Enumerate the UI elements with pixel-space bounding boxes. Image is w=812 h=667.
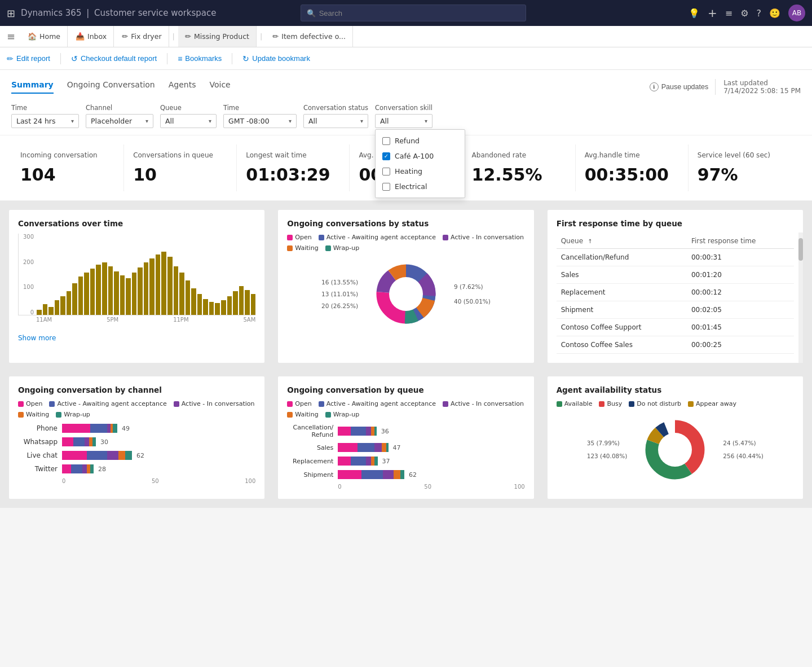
first-response-table-container[interactable]: Queue ↑ First response time Cancellation… — [557, 234, 794, 354]
filter-channel: Channel Placeholder ▾ — [86, 104, 153, 128]
kpi-abandoned-value: 12.55% — [472, 165, 566, 185]
tab-missing-product[interactable]: ✏ Missing Product — [178, 26, 257, 47]
chevron-down-icon-5: ▾ — [360, 118, 363, 124]
bar-total: 47 — [393, 444, 401, 451]
scrollbar-thumb[interactable] — [798, 238, 803, 261]
tab-item-defective[interactable]: ✏ Item defective o... — [266, 26, 353, 47]
filter-time2-label: Time — [223, 104, 297, 112]
filter-conv-skill-select[interactable]: All ▾ — [375, 114, 433, 128]
add-icon[interactable]: + — [708, 6, 717, 20]
bar — [60, 296, 65, 315]
bar-segment — [383, 470, 394, 479]
agent-legend-busy: Busy — [599, 400, 622, 407]
tab-inbox[interactable]: 📥 Inbox — [69, 26, 114, 47]
filter-conv-status-select[interactable]: All ▾ — [303, 114, 368, 128]
bar — [239, 286, 244, 315]
bar — [227, 296, 232, 315]
table-row: Sales00:01:20 — [557, 266, 794, 284]
bar-track — [62, 437, 96, 446]
scrollbar-track[interactable] — [798, 232, 803, 363]
update-bookmark-button[interactable]: ↻ Update bookmark — [242, 54, 310, 63]
bar-total: 36 — [381, 428, 389, 435]
checkbox-cafe[interactable]: ✓ — [382, 152, 390, 160]
filter-time2: Time GMT -08:00 ▾ — [223, 104, 297, 128]
edit-report-button[interactable]: ✏ Edit report — [7, 54, 50, 63]
filter-conv-status-value: All — [308, 117, 317, 125]
filter-icon[interactable]: ≡ — [725, 8, 732, 19]
search-bar[interactable]: 🔍 — [301, 5, 526, 21]
col-queue-header[interactable]: Queue ↑ — [557, 234, 687, 249]
legend-open: Open — [287, 234, 311, 241]
skill-refund-label: Refund — [395, 137, 420, 145]
checkbox-refund[interactable] — [382, 137, 390, 145]
settings-icon[interactable]: ⚙ — [740, 8, 748, 19]
skill-option-refund[interactable]: Refund — [376, 133, 465, 148]
ongoing-by-status-title: Ongoing conversations by status — [287, 219, 524, 228]
bar — [149, 258, 155, 315]
h-bar-row: Sales47 — [287, 443, 524, 452]
bar-segment — [90, 464, 94, 473]
tab-actions: ℹ Pause updates Last updated 7/14/2022 5… — [650, 79, 801, 95]
bar — [167, 257, 173, 315]
tab-agents[interactable]: Agents — [169, 80, 196, 94]
filter-time2-select[interactable]: GMT -08:00 ▾ — [223, 114, 297, 128]
avatar[interactable]: AB — [788, 5, 805, 21]
checkout-report-label: Checkout default report — [81, 54, 157, 63]
response-table-body: Cancellation/Refund00:00:31Sales00:01:20… — [557, 249, 794, 354]
lightbulb-icon[interactable]: 💡 — [689, 8, 700, 19]
bar — [197, 294, 202, 315]
filter-time-select[interactable]: Last 24 hrs ▾ — [11, 114, 79, 128]
channel-label: Twitter — [18, 465, 58, 473]
bar-segment — [400, 470, 405, 479]
checkbox-electrical[interactable] — [382, 183, 390, 191]
filter-queue-value: All — [165, 117, 174, 125]
checkbox-heating[interactable] — [382, 168, 390, 175]
filter-queue-select[interactable]: All ▾ — [160, 114, 217, 128]
h-bar-row: Cancellation/ Refund36 — [287, 424, 524, 438]
table-row: Replacement00:00:12 — [557, 284, 794, 301]
tab-ongoing-conversation[interactable]: Ongoing Conversation — [67, 80, 155, 94]
channel-legend-wrapup: Wrap-up — [56, 411, 90, 418]
tab-summary[interactable]: Summary — [11, 80, 54, 94]
agent-donut-left: 35 (7.99%) 123 (40.08%) — [587, 437, 628, 463]
agent-donut-svg — [638, 413, 712, 486]
app-launcher-icon[interactable]: ⊞ — [7, 7, 15, 19]
tab-home[interactable]: 🏠 Home — [21, 26, 68, 47]
tab-bar-menu-icon[interactable]: ≡ — [5, 28, 17, 45]
skill-option-cafe[interactable]: ✓ Café A-100 — [376, 148, 465, 164]
queue-label: Shipment — [287, 471, 333, 479]
queue-legend-wrapup: Wrap-up — [325, 411, 360, 418]
channel-legend: Open Active - Awaiting agent acceptance … — [18, 400, 255, 418]
bar — [96, 265, 101, 315]
bar-segment — [73, 437, 85, 446]
skill-option-electrical[interactable]: Electrical — [376, 179, 465, 194]
bar — [78, 277, 83, 315]
bar-segment — [374, 443, 382, 452]
skill-option-heating[interactable]: Heating — [376, 164, 465, 179]
kpi-abandoned-title: Abandoned rate — [472, 151, 566, 159]
queue-legend-waiting: Waiting — [287, 411, 318, 418]
tab-voice[interactable]: Voice — [209, 80, 230, 94]
show-more-link[interactable]: Show more — [18, 334, 56, 342]
search-input[interactable] — [319, 9, 520, 17]
bar-segment — [374, 457, 378, 466]
search-icon: 🔍 — [307, 9, 316, 17]
table-row: Cancellation/Refund00:00:31 — [557, 249, 794, 266]
bookmarks-button[interactable]: ≡ Bookmarks — [178, 54, 222, 63]
tab-fix-dryer[interactable]: ✏ Fix dryer — [115, 26, 169, 47]
filter-time-label: Time — [11, 104, 79, 112]
bar-track — [62, 464, 94, 473]
bar-segment — [107, 451, 118, 460]
bar-segment — [62, 437, 73, 446]
pause-updates-button[interactable]: ℹ Pause updates — [650, 82, 708, 91]
feedback-icon[interactable]: 🙂 — [769, 8, 780, 19]
channel-label: Whatsapp — [18, 438, 58, 446]
first-response-title: First response time by queue — [557, 219, 794, 228]
help-icon[interactable]: ? — [756, 8, 761, 19]
filter-channel-select[interactable]: Placeholder ▾ — [86, 114, 153, 128]
channel-label: Phone — [18, 424, 58, 432]
bar — [48, 307, 54, 315]
col-time-header[interactable]: First response time — [687, 234, 794, 249]
bar-track — [338, 470, 404, 479]
checkout-report-button[interactable]: ↺ Checkout default report — [71, 54, 157, 63]
